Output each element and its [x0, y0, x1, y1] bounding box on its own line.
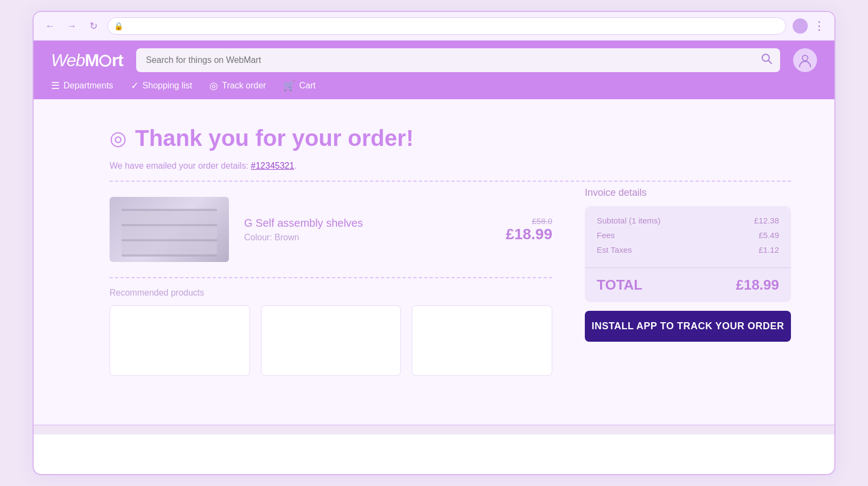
- nav-cart[interactable]: 🛒 Cart: [283, 80, 315, 92]
- nav-departments[interactable]: ☰ Departments: [51, 80, 113, 92]
- logo-web-text: Web: [51, 50, 85, 70]
- product-name: G Self assembly shelves: [244, 217, 490, 229]
- nav-shopping-list-label: Shopping list: [143, 81, 193, 91]
- search-icon: [761, 53, 773, 65]
- invoice-title: Invoice details: [585, 187, 791, 199]
- search-bar-wrap: [136, 48, 780, 72]
- product-row: G Self assembly shelves Colour: Brown £5…: [110, 187, 552, 272]
- nav-departments-label: Departments: [63, 81, 113, 91]
- invoice-subtotal-row: Subtotal (1 items) £12.38: [597, 216, 779, 225]
- nav-track-order-label: Track order: [222, 81, 266, 91]
- browser-frame: ← → ↻ 🔒 ⋮ WebMrt: [33, 11, 835, 475]
- user-icon: [797, 53, 813, 68]
- top-divider: [110, 181, 791, 182]
- recommended-card-3[interactable]: [412, 305, 552, 376]
- product-old-price: £58.0: [506, 216, 552, 226]
- email-notice: We have emailed your order details: #123…: [110, 161, 791, 171]
- nav-track-order[interactable]: ◎ Track order: [209, 80, 266, 92]
- email-notice-prefix: We have emailed your order details:: [110, 161, 251, 170]
- bottom-divider: [110, 277, 552, 278]
- main-content: ◎ Thank you for your order! We have emai…: [34, 99, 834, 425]
- product-image-inner: [110, 197, 229, 262]
- profile-circle: [793, 18, 808, 34]
- refresh-button[interactable]: ↻: [86, 18, 101, 34]
- nav-cart-label: Cart: [299, 81, 315, 91]
- invoice-rows: Subtotal (1 items) £12.38 Fees £5.49 Est…: [585, 206, 791, 267]
- bottom-bar: [34, 425, 834, 434]
- invoice-total-row: TOTAL £18.99: [585, 268, 791, 302]
- browser-chrome: ← → ↻ 🔒 ⋮: [34, 12, 834, 41]
- order-section: G Self assembly shelves Colour: Brown £5…: [110, 187, 552, 376]
- email-notice-suffix: .: [294, 161, 296, 170]
- recommended-section: Recommended products: [110, 288, 552, 376]
- invoice-total-label: TOTAL: [597, 277, 642, 293]
- webmart-logo[interactable]: WebMrt: [51, 50, 123, 71]
- thank-you-row: ◎ Thank you for your order!: [110, 125, 791, 151]
- recommended-grid: [110, 305, 552, 376]
- install-app-button[interactable]: INSTALL APP TO TRACK YOUR ORDER: [585, 311, 791, 342]
- logo-mart-text: Mrt: [85, 50, 123, 70]
- invoice-fees-label: Fees: [597, 231, 615, 240]
- track-order-icon: ◎: [209, 80, 218, 92]
- svg-point-2: [802, 55, 808, 61]
- invoice-fees-value: £5.49: [758, 231, 779, 240]
- browser-actions: ⋮: [793, 18, 826, 34]
- user-avatar[interactable]: [793, 48, 817, 72]
- webmart-header: WebMrt: [34, 41, 834, 80]
- content-columns: G Self assembly shelves Colour: Brown £5…: [110, 187, 791, 376]
- invoice-taxes-value: £1.12: [758, 245, 779, 254]
- invoice-total-value: £18.99: [736, 277, 779, 293]
- back-button[interactable]: ←: [42, 18, 58, 34]
- product-price-col: £58.0 £18.99: [506, 216, 552, 243]
- invoice-subtotal-label: Subtotal (1 items): [597, 216, 661, 225]
- browser-menu-icon[interactable]: ⋮: [813, 19, 826, 33]
- departments-icon: ☰: [51, 80, 60, 92]
- invoice-section: Invoice details Subtotal (1 items) £12.3…: [585, 187, 791, 376]
- shopping-list-icon: ✓: [131, 80, 139, 92]
- forward-button[interactable]: →: [64, 18, 79, 34]
- invoice-fees-row: Fees £5.49: [597, 231, 779, 240]
- invoice-taxes-label: Est Taxes: [597, 245, 632, 254]
- address-bar[interactable]: [107, 17, 786, 35]
- order-number-link[interactable]: #12345321: [251, 161, 294, 170]
- nav-bar: ☰ Departments ✓ Shopping list ◎ Track or…: [34, 80, 834, 99]
- product-image: [110, 197, 229, 262]
- recommended-card-1[interactable]: [110, 305, 250, 376]
- invoice-taxes-row: Est Taxes £1.12: [597, 245, 779, 254]
- invoice-subtotal-value: £12.38: [754, 216, 779, 225]
- thank-you-icon: ◎: [110, 127, 126, 150]
- search-button[interactable]: [761, 53, 773, 68]
- recommended-card-2[interactable]: [261, 305, 401, 376]
- thank-you-title: Thank you for your order!: [135, 125, 413, 151]
- cart-icon: 🛒: [283, 80, 295, 92]
- svg-line-1: [769, 61, 772, 64]
- invoice-box: Subtotal (1 items) £12.38 Fees £5.49 Est…: [585, 206, 791, 302]
- address-bar-wrap: 🔒: [107, 17, 786, 35]
- nav-shopping-list[interactable]: ✓ Shopping list: [131, 80, 193, 92]
- recommended-title: Recommended products: [110, 288, 552, 298]
- search-input[interactable]: [136, 48, 780, 72]
- product-colour: Colour: Brown: [244, 233, 490, 242]
- shelf-visual: [122, 209, 217, 257]
- product-new-price: £18.99: [506, 226, 552, 242]
- product-info: G Self assembly shelves Colour: Brown: [244, 217, 490, 242]
